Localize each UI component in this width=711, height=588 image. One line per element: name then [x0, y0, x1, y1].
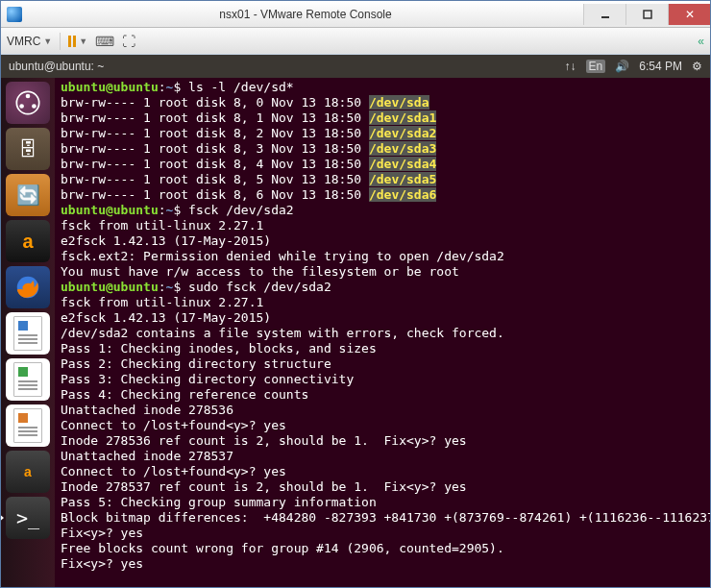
network-icon[interactable]: ↑↓ — [565, 60, 576, 73]
maximize-button[interactable] — [625, 4, 668, 25]
dash-icon[interactable] — [6, 82, 50, 124]
window-title: nsx01 - VMware Remote Console — [28, 8, 583, 21]
close-button[interactable]: ✕ — [668, 4, 710, 25]
software-center-icon[interactable]: 🔄 — [6, 174, 50, 216]
firefox-icon[interactable] — [6, 266, 50, 308]
pause-icon — [68, 36, 76, 47]
menubar-title: ubuntu@ubuntu: ~ — [9, 60, 104, 73]
vmware-icon — [7, 7, 22, 22]
vmware-window: nsx01 - VMware Remote Console ✕ VMRC ▼ ▼… — [0, 0, 711, 588]
window-titlebar[interactable]: nsx01 - VMware Remote Console ✕ — [1, 1, 710, 28]
fullscreen-button[interactable]: ⛶ — [122, 34, 135, 49]
svg-rect-1 — [644, 11, 651, 18]
files-icon[interactable]: 🗄 — [6, 128, 50, 170]
vmrc-label: VMRC — [7, 35, 40, 48]
separator — [60, 33, 61, 50]
send-ctrl-alt-del-button[interactable]: ⌨ — [95, 34, 114, 49]
libreoffice-writer-icon[interactable] — [6, 312, 50, 355]
terminal-icon[interactable]: >_ — [6, 497, 50, 539]
libreoffice-impress-icon[interactable] — [6, 404, 50, 447]
amazon-store-icon[interactable]: a — [6, 451, 50, 493]
chevron-down-icon: ▼ — [79, 37, 87, 46]
pause-button[interactable]: ▼ — [68, 36, 87, 47]
sound-icon[interactable]: 🔊 — [615, 60, 629, 73]
vmrc-menu[interactable]: VMRC ▼ — [7, 35, 52, 48]
libreoffice-calc-icon[interactable] — [6, 358, 50, 401]
svg-point-3 — [26, 94, 31, 99]
guest-desktop: ubuntu@ubuntu: ~ ↑↓ En 🔊 6:54 PM ⚙ 🗄 🔄 a — [1, 55, 710, 587]
minimize-button[interactable] — [583, 4, 625, 25]
system-menu-icon[interactable]: ⚙ — [692, 60, 702, 73]
collapse-toolbar-button[interactable]: « — [698, 35, 704, 48]
unity-launcher: 🗄 🔄 a a >_ — [1, 78, 55, 587]
active-app-indicator — [1, 513, 4, 523]
terminal-window[interactable]: ubuntu@ubuntu:~$ ls -l /dev/sd* brw-rw--… — [55, 78, 710, 587]
amazon-icon[interactable]: a — [6, 220, 50, 262]
chevron-down-icon: ▼ — [43, 37, 52, 46]
keyboard-layout-indicator[interactable]: En — [586, 60, 606, 73]
ubuntu-menubar: ubuntu@ubuntu: ~ ↑↓ En 🔊 6:54 PM ⚙ — [1, 55, 710, 78]
vmrc-toolbar: VMRC ▼ ▼ ⌨ ⛶ « — [1, 28, 710, 55]
svg-point-4 — [19, 104, 24, 109]
svg-point-5 — [32, 104, 37, 109]
clock[interactable]: 6:54 PM — [639, 60, 682, 73]
